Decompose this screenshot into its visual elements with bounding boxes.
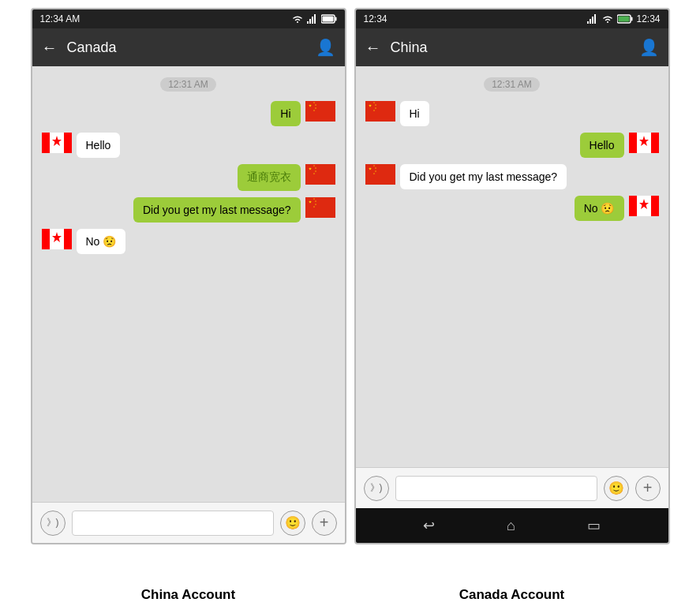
nav-back-button[interactable]: ↩ [423,517,435,534]
right-android-nav: ↩ ⌂ ▭ [356,508,668,543]
left-time: 12:34 AM [40,13,80,24]
svg-rect-30 [42,229,50,249]
right-chat-area: 12:31 AM Hi Hello [356,66,668,467]
right-user-icon[interactable]: 👤 [639,38,659,57]
svg-rect-5 [335,17,336,21]
right-input-bar: 》) 🙂 + [356,467,668,508]
svg-rect-3 [314,14,316,24]
left-bubble-5: No 😟 [77,229,126,254]
right-msg-4: No 😟 [365,196,659,221]
left-bubble-4: Did you get my last message? [133,197,301,223]
right-flag-china-1 [365,101,395,122]
svg-rect-58 [651,196,659,216]
left-voice-icon: 》) [47,516,59,529]
right-bubble-3: Did you get my last message? [400,164,567,189]
captions-row: China Account Canada Account [0,582,700,606]
right-signal-icon [587,14,598,24]
right-emoji-button[interactable]: 🙂 [604,476,629,501]
left-emoji-button[interactable]: 🙂 [280,511,305,536]
left-chat-area: 12:31 AM Hi [32,66,345,502]
left-plus-button[interactable]: + [312,511,337,536]
right-battery-icon [617,14,633,24]
left-msg-5: No 😟 [42,229,335,254]
left-flag-china-4 [305,197,335,218]
left-back-button[interactable]: ← [42,39,58,57]
svg-rect-38 [631,17,633,21]
right-caption: Canada Account [354,587,670,603]
svg-rect-33 [587,21,589,24]
left-toolbar: ← Canada 👤 [32,28,345,66]
right-bubble-1: Hi [400,101,429,126]
left-phone-container: 12:34 AM [31,8,346,544]
battery-icon [321,14,337,24]
wifi-icon [291,14,304,24]
right-status-icons: 12:34 [587,13,660,24]
left-flag-china-3 [305,164,335,185]
left-emoji-icon: 🙂 [285,515,301,530]
svg-rect-47 [629,133,637,153]
right-plus-icon: + [643,479,653,497]
svg-rect-1 [309,19,311,24]
right-emoji-icon: 🙂 [608,481,624,496]
right-toolbar: ← China 👤 [356,28,668,66]
left-status-bar: 12:34 AM [32,9,345,28]
right-phone: 12:34 [354,8,670,544]
left-caption: China Account [31,587,346,603]
left-input-bar: 》) 🙂 + [32,502,345,543]
right-bubble-2: Hello [580,133,624,158]
left-toolbar-title: Canada [67,39,306,56]
left-bubble-1: Hi [271,101,300,126]
left-flag-canada-2 [42,133,72,153]
nav-recent-button[interactable]: ▭ [587,517,601,534]
right-status-bar: 12:34 [356,9,668,28]
svg-rect-6 [322,17,333,22]
right-bubble-4: No 😟 [575,196,624,221]
right-plus-button[interactable]: + [635,476,661,501]
svg-rect-50 [365,164,395,185]
right-msg-2: Hello [365,133,659,158]
left-status-icons [291,14,337,24]
right-flag-canada-4 [629,196,659,216]
left-bubble-2: Hello [77,133,121,158]
right-voice-button[interactable]: 》) [364,476,389,501]
svg-rect-34 [590,19,591,24]
left-msg-1: Hi [42,101,335,126]
right-time: 12:34 [364,13,387,24]
nav-home-button[interactable]: ⌂ [507,518,515,534]
right-wifi-icon [601,14,614,24]
right-back-button[interactable]: ← [365,39,381,57]
left-user-icon[interactable]: 👤 [316,38,335,57]
left-msg-2: Hello [42,133,335,158]
left-msg-3: 通商宽衣 [42,164,335,191]
svg-rect-36 [594,14,596,24]
right-message-input[interactable] [395,476,597,501]
svg-rect-31 [64,229,72,249]
svg-rect-35 [592,17,593,24]
right-flag-china-3 [365,164,395,185]
svg-rect-15 [64,133,72,153]
left-voice-button[interactable]: 》) [40,511,66,536]
svg-rect-7 [305,101,335,122]
right-msg-3: Did you get my last message? [365,164,659,189]
right-flag-canada-2 [629,133,659,153]
right-timestamp: 12:31 AM [484,77,540,92]
left-flag-canada-5 [42,229,72,249]
signal-icon [307,14,318,24]
svg-rect-48 [651,133,659,153]
left-message-input[interactable] [72,511,274,536]
left-flag-china-1 [305,101,335,122]
right-voice-icon: 》) [370,481,383,495]
svg-rect-39 [619,17,630,22]
right-time-right: 12:34 [636,13,660,24]
left-msg-4: Did you get my last message? [42,197,335,223]
right-phone-container: 12:34 [354,8,670,544]
phones-row: 12:34 AM [23,0,678,582]
svg-rect-23 [305,197,335,218]
right-toolbar-title: China [391,39,630,56]
svg-rect-57 [629,196,637,216]
svg-rect-2 [312,17,313,24]
right-msg-1: Hi [365,101,659,126]
left-timestamp: 12:31 AM [160,77,216,92]
left-phone: 12:34 AM [31,8,346,544]
svg-rect-17 [305,164,335,185]
